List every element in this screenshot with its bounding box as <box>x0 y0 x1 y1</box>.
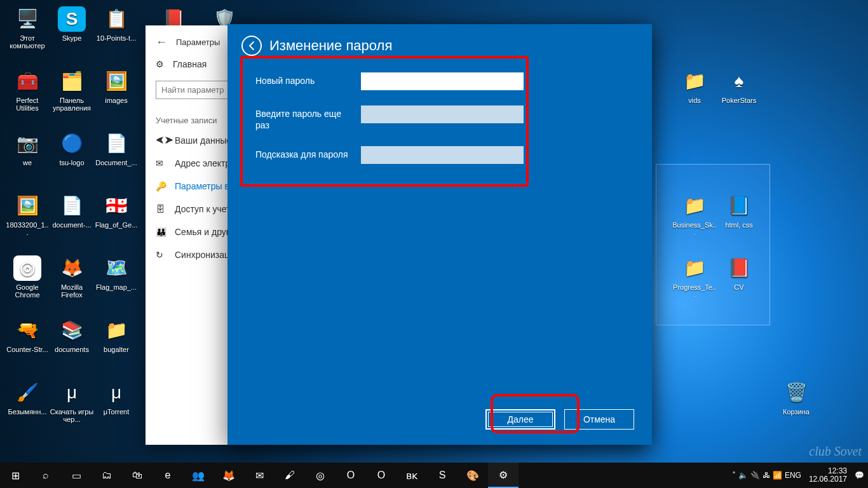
next-button[interactable]: Далее <box>485 409 555 430</box>
desktop-icon[interactable]: 📷we <box>5 131 50 166</box>
settings-home-label[interactable]: Главная <box>173 59 207 69</box>
desktop-icon-glyph: 📚 <box>58 318 86 343</box>
desktop-icon[interactable]: 🗺️Flag_map_... <box>94 255 139 291</box>
desktop-icon-label: document-... <box>50 221 94 229</box>
taskbar-taskview-button[interactable]: ▭ <box>61 463 92 488</box>
desktop-icon[interactable]: 📘html, css <box>717 193 761 229</box>
cancel-button[interactable]: Отмена <box>564 409 634 430</box>
dialog-back-button[interactable] <box>241 36 262 56</box>
taskbar-skype-button[interactable]: S <box>427 463 458 488</box>
taskbar-mail-button[interactable]: ✉ <box>244 463 275 488</box>
taskbar-vk-button[interactable]: ʙᴋ <box>397 463 427 488</box>
desktop-icon[interactable]: 📕CV <box>717 255 761 291</box>
desktop-icon[interactable]: 🗂️Панель управления <box>50 69 94 112</box>
briefcase-icon: 🗄 <box>156 204 166 214</box>
desktop-icon-glyph: 🗺️ <box>102 255 130 281</box>
desktop-icon-glyph: 📘 <box>725 193 753 219</box>
desktop-icon[interactable]: μСкачать игры чер... <box>50 380 94 423</box>
new-password-label: Новый пароль <box>255 72 351 86</box>
taskbar-edge-button[interactable]: e <box>153 463 183 488</box>
desktop-icon[interactable]: 🦊Mozilla Firefox <box>50 255 94 299</box>
tray-language-indicator[interactable]: ENG <box>785 471 801 480</box>
settings-back-button[interactable]: ← <box>156 36 167 49</box>
desktop-icon-label: images <box>94 97 139 104</box>
action-center-icon[interactable]: 💬 <box>855 471 864 480</box>
desktop-icon[interactable]: ◎Google Chrome <box>5 255 50 299</box>
desktop-icon-label: Skype <box>50 34 94 42</box>
desktop-icon-glyph: 🖌️ <box>13 380 41 405</box>
mail-icon: ✉ <box>156 158 166 168</box>
desktop-icon[interactable]: 📁Business_Sk... <box>672 193 717 236</box>
tray-volume-icon[interactable]: 🔈 <box>738 471 748 480</box>
desktop-icon[interactable]: 📁Progress_Te... <box>672 255 717 299</box>
desktop-icon-glyph: μ <box>102 380 130 405</box>
desktop-icon[interactable]: 🔵tsu-logo <box>50 131 94 166</box>
password-hint-label: Подсказка для пароля <box>255 146 351 160</box>
desktop-icon-label: documents <box>50 346 94 353</box>
system-tray: ˄ 🔈 🔌 🖧 📶 ENG 12:33 12.06.2017 💬 <box>732 467 868 484</box>
taskbar-opera-o-button[interactable]: O <box>336 463 366 488</box>
desktop-icon-label: we <box>5 159 50 166</box>
desktop-icon-label: Flag_map_... <box>94 283 139 291</box>
desktop-icon[interactable]: 🖼️images <box>94 69 139 104</box>
tray-power-icon[interactable]: 🔌 <box>750 471 760 480</box>
desktop-icon-glyph: 🗂️ <box>58 69 86 94</box>
tray-wifi-icon[interactable]: 📶 <box>773 471 782 480</box>
desktop-icon-label: html, css <box>717 221 761 229</box>
desktop-selection-rectangle <box>656 164 770 325</box>
desktop-icon-glyph: μ <box>58 380 86 405</box>
desktop-icon-glyph: 🗑️ <box>782 380 810 405</box>
desktop-icon-label: Counter-Str... <box>5 346 50 353</box>
desktop-icon[interactable]: 📁bugalter <box>94 318 139 353</box>
desktop-icon-glyph: 🔵 <box>58 131 86 156</box>
sync-icon: ↻ <box>156 250 166 260</box>
desktop-icon-label: tsu-logo <box>50 159 94 166</box>
taskbar-mspaint-button[interactable]: 🎨 <box>458 463 488 488</box>
desktop-icon-glyph: 📁 <box>681 255 709 281</box>
taskbar-paint-button[interactable]: 🖌 <box>275 463 305 488</box>
desktop-icon[interactable]: 📄document-... <box>50 193 94 229</box>
desktop-icon[interactable]: 📋10-Points-t... <box>94 6 139 42</box>
new-password-input[interactable] <box>361 72 524 90</box>
desktop-icon-glyph: 🦊 <box>58 255 86 281</box>
desktop-icon-label: Корзина <box>774 408 818 416</box>
desktop-icon[interactable]: 🖼️18033200_1... <box>5 193 50 236</box>
desktop-icon-glyph: 📁 <box>102 318 130 343</box>
tray-chevron-icon[interactable]: ˄ <box>732 471 736 480</box>
taskbar-firefox-button[interactable]: 🦊 <box>214 463 244 488</box>
desktop-icon[interactable]: 🇬🇪Flag_of_Ge... <box>94 193 139 229</box>
desktop-icon[interactable]: 🖥️Этот компьютер <box>5 6 50 50</box>
desktop-icon[interactable]: 🧰Perfect Utilities <box>5 69 50 112</box>
desktop-icon-glyph: 🖥️ <box>13 6 41 32</box>
taskbar-settings-button[interactable]: ⚙ <box>488 463 519 488</box>
taskbar-people-button[interactable]: 👥 <box>183 463 214 488</box>
taskbar-clock[interactable]: 12:33 12.06.2017 <box>804 467 852 484</box>
desktop-icon[interactable]: 🔫Counter-Str... <box>5 318 50 353</box>
password-hint-input[interactable] <box>361 146 524 164</box>
desktop-icon[interactable]: 🖌️Безымянн... <box>5 380 50 416</box>
desktop-icon-glyph: 🖼️ <box>13 193 41 219</box>
desktop-icon-glyph: ♠ <box>725 69 753 94</box>
taskbar-store-button[interactable]: 🛍 <box>122 463 153 488</box>
desktop-icon[interactable]: 📚documents <box>50 318 94 353</box>
desktop-icon[interactable]: 📄Document_... <box>94 131 139 166</box>
desktop-icon[interactable]: ♠PokerStars <box>717 69 761 104</box>
desktop-icon[interactable]: μμTorrent <box>94 380 139 416</box>
confirm-password-input[interactable] <box>361 105 524 123</box>
taskbar-chrome-button[interactable]: ◎ <box>305 463 336 488</box>
taskbar-explorer-button[interactable]: 🗂 <box>92 463 122 488</box>
tray-network-icon[interactable]: 🖧 <box>763 471 770 480</box>
desktop-icon[interactable]: SSkype <box>50 6 94 42</box>
desktop-icon-label: bugalter <box>94 346 139 353</box>
desktop-icon-label: vids <box>672 97 717 104</box>
taskbar-search-button[interactable]: ⌕ <box>31 463 61 488</box>
taskbar-start-button[interactable]: ⊞ <box>0 463 31 488</box>
desktop-icon-glyph: ◎ <box>13 255 41 281</box>
key-icon: 🔑 <box>156 181 166 191</box>
desktop-icon-label: Business_Sk... <box>672 221 717 236</box>
taskbar-opera-button[interactable]: O <box>366 463 397 488</box>
family-icon: 👪 <box>156 227 166 237</box>
desktop-icon-glyph: 📄 <box>102 131 130 156</box>
desktop-icon[interactable]: 📁vids <box>672 69 717 104</box>
desktop-icon[interactable]: 🗑️Корзина <box>774 380 818 416</box>
